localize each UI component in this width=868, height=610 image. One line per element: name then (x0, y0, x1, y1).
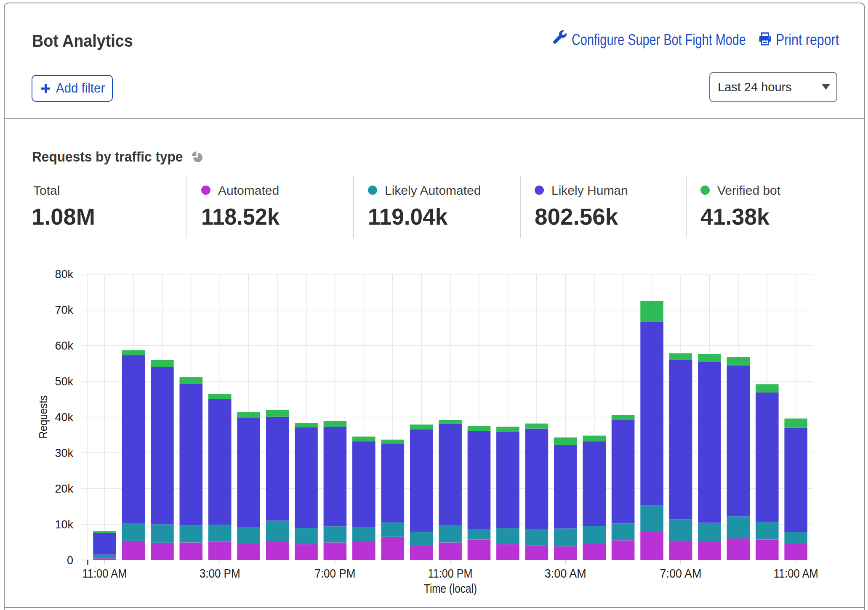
svg-text:11:00 PM: 11:00 PM (428, 567, 473, 580)
svg-text:Time (local): Time (local) (424, 581, 477, 595)
svg-text:0: 0 (67, 554, 73, 567)
svg-text:80k: 80k (55, 268, 73, 281)
svg-text:60k: 60k (55, 339, 73, 352)
svg-text:30k: 30k (55, 447, 73, 459)
svg-text:3:00 PM: 3:00 PM (200, 567, 240, 580)
svg-text:Requests: Requests (37, 395, 50, 439)
svg-text:20k: 20k (55, 483, 73, 495)
svg-text:40k: 40k (55, 411, 73, 424)
svg-text:7:00 AM: 7:00 AM (660, 567, 702, 580)
svg-text:11:00 AM: 11:00 AM (774, 567, 818, 580)
svg-text:50k: 50k (55, 375, 73, 388)
svg-text:3:00 AM: 3:00 AM (545, 567, 586, 580)
svg-text:7:00 PM: 7:00 PM (314, 567, 355, 580)
svg-text:11:00 AM: 11:00 AM (83, 567, 127, 580)
svg-text:10k: 10k (55, 518, 73, 531)
svg-text:70k: 70k (55, 304, 73, 316)
